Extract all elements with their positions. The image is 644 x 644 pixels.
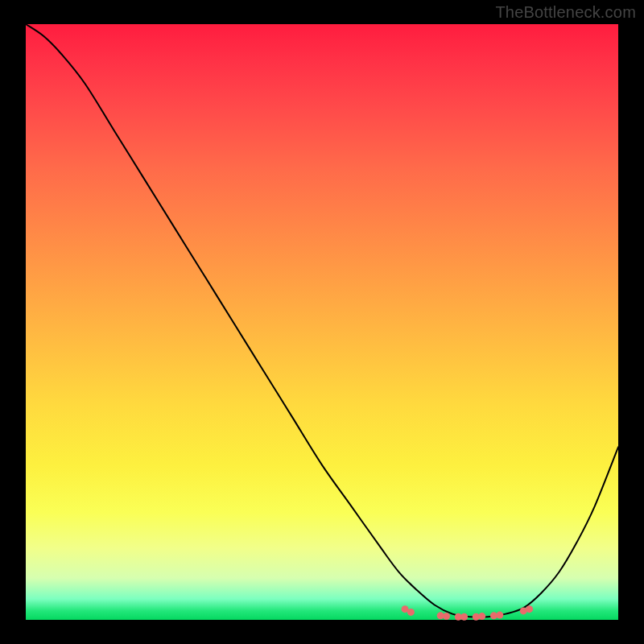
watermark-label: TheBottleneck.com xyxy=(495,3,636,22)
valley-markers xyxy=(402,605,534,621)
plot-area xyxy=(26,24,618,620)
valley-dot xyxy=(460,613,468,621)
chart-frame: TheBottleneck.com xyxy=(0,0,644,644)
valley-dot xyxy=(496,612,503,619)
curve-layer xyxy=(26,24,618,620)
valley-dot xyxy=(526,605,533,613)
valley-dot xyxy=(478,613,485,620)
valley-dot xyxy=(407,609,415,616)
bottleneck-curve xyxy=(26,24,618,617)
valley-dot xyxy=(443,613,450,620)
